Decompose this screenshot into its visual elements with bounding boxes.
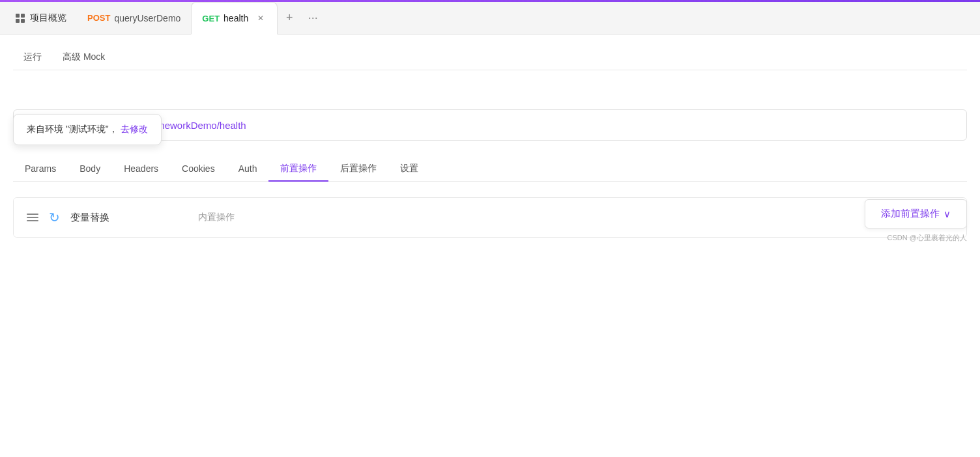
req-tab-body[interactable]: Body xyxy=(68,157,112,180)
req-tab-post-operation[interactable]: 后置操作 xyxy=(328,156,388,181)
sub-tab-mock[interactable]: 高级 Mock xyxy=(52,45,115,70)
tab-get-name: health xyxy=(223,13,248,23)
operation-section: ↻ 变量替换 内置操作 xyxy=(13,197,967,238)
req-tab-auth[interactable]: Auth xyxy=(227,157,269,180)
add-operation-label: 添加前置操作 xyxy=(881,208,940,220)
more-tabs-button[interactable]: ··· xyxy=(301,2,324,34)
tooltip-link[interactable]: 去修改 xyxy=(121,124,148,134)
req-tab-settings[interactable]: 设置 xyxy=(388,156,430,181)
tab-post-query[interactable]: POST queryUserDemo xyxy=(77,2,191,34)
tab-bar: 项目概览 POST queryUserDemo GET health ✕ + ·… xyxy=(0,2,980,35)
req-tab-params[interactable]: Params xyxy=(13,157,68,180)
add-tab-button[interactable]: + xyxy=(278,2,301,34)
grid-icon xyxy=(16,14,25,23)
attribution: CSDN @心里裹着光的人 xyxy=(887,233,967,243)
refresh-icon[interactable]: ↻ xyxy=(49,210,60,225)
tooltip-text: 来自环境 "测试环境"， xyxy=(27,124,118,134)
drag-handle-icon[interactable] xyxy=(27,214,38,221)
req-tab-pre-operation[interactable]: 前置操作 xyxy=(268,156,328,181)
add-icon: + xyxy=(286,11,293,25)
main-content: 运行 高级 Mock 来自环境 "测试环境"， 去修改 GET http://1… xyxy=(0,35,980,248)
request-tabs: Params Body Headers Cookies Auth 前置操作 后置… xyxy=(13,156,967,182)
environment-tooltip: 来自环境 "测试环境"， 去修改 xyxy=(13,114,162,145)
tab-overview-label: 项目概览 xyxy=(30,12,66,24)
sub-tabs: 运行 高级 Mock xyxy=(13,45,967,70)
req-tab-headers[interactable]: Headers xyxy=(112,157,170,180)
tab-close-button[interactable]: ✕ xyxy=(255,12,267,24)
operation-name: 变量替换 xyxy=(70,212,109,224)
tab-get-method: GET xyxy=(202,14,220,23)
more-icon: ··· xyxy=(308,11,318,25)
tab-overview[interactable]: 项目概览 xyxy=(5,2,77,34)
tab-get-health[interactable]: GET health ✕ xyxy=(191,2,278,35)
add-operation-button[interactable]: 添加前置操作 ∨ xyxy=(865,199,967,228)
tab-post-method: POST xyxy=(87,13,110,23)
chevron-down-icon: ∨ xyxy=(944,208,951,220)
req-tab-cookies[interactable]: Cookies xyxy=(170,157,227,180)
operation-type: 内置操作 xyxy=(198,212,235,223)
sub-tab-run[interactable]: 运行 xyxy=(13,45,52,70)
tab-post-name: queryUserDemo xyxy=(114,13,180,23)
operation-item: ↻ 变量替换 内置操作 xyxy=(14,198,966,237)
